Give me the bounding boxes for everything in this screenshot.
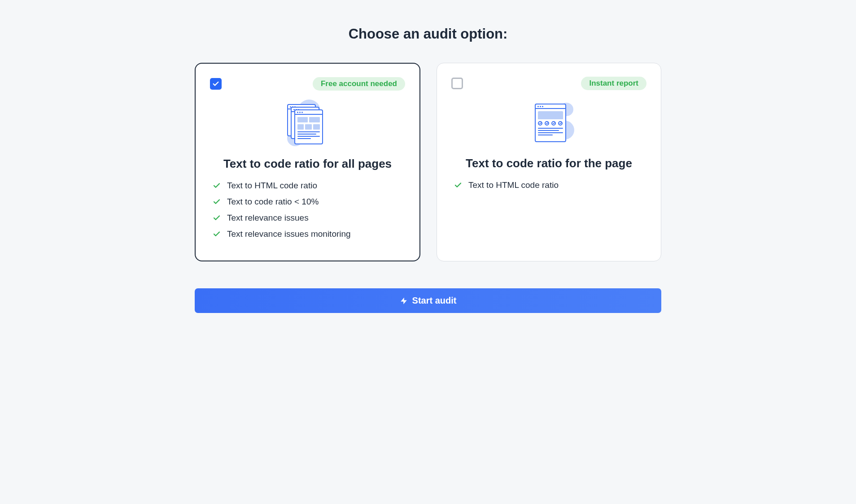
page-title: Choose an audit option: — [195, 26, 661, 42]
card-title: Text to code ratio for the page — [451, 156, 646, 170]
feature-text: Text to HTML code ratio — [227, 181, 317, 191]
check-icon — [454, 181, 462, 189]
illustration-multi-page — [210, 101, 405, 148]
option-card-single-page[interactable]: Instant report — [437, 63, 661, 261]
card-header: Instant report — [451, 77, 646, 90]
card-header: Free account needed — [210, 77, 405, 91]
check-icon — [213, 182, 221, 190]
feature-item: Text to code ratio < 10% — [213, 197, 405, 207]
checkbox-checked[interactable] — [210, 78, 222, 90]
start-audit-button[interactable]: Start audit — [195, 288, 661, 313]
check-icon — [213, 214, 221, 222]
lightning-icon — [400, 297, 408, 305]
badge-instant-report: Instant report — [581, 77, 646, 90]
feature-text: Text relevance issues — [227, 213, 309, 223]
feature-list: Text to HTML code ratio Text to code rat… — [210, 181, 405, 239]
option-cards: Free account needed — [195, 63, 661, 261]
feature-text: Text to HTML code ratio — [468, 180, 559, 190]
illustration-single-page — [451, 101, 646, 148]
feature-item: Text to HTML code ratio — [454, 180, 646, 190]
option-card-all-pages[interactable]: Free account needed — [195, 63, 420, 261]
checkbox-unchecked[interactable] — [451, 78, 463, 89]
start-audit-label: Start audit — [412, 295, 457, 306]
card-title: Text to code ratio for all pages — [210, 157, 405, 171]
badge-free-account: Free account needed — [313, 77, 405, 91]
feature-item: Text relevance issues — [213, 213, 405, 223]
feature-item: Text relevance issues monitoring — [213, 229, 405, 239]
check-icon — [212, 80, 219, 87]
feature-item: Text to HTML code ratio — [213, 181, 405, 191]
feature-text: Text to code ratio < 10% — [227, 197, 319, 207]
check-icon — [213, 230, 221, 238]
feature-list: Text to HTML code ratio — [451, 180, 646, 190]
feature-text: Text relevance issues monitoring — [227, 229, 351, 239]
check-icon — [213, 198, 221, 206]
